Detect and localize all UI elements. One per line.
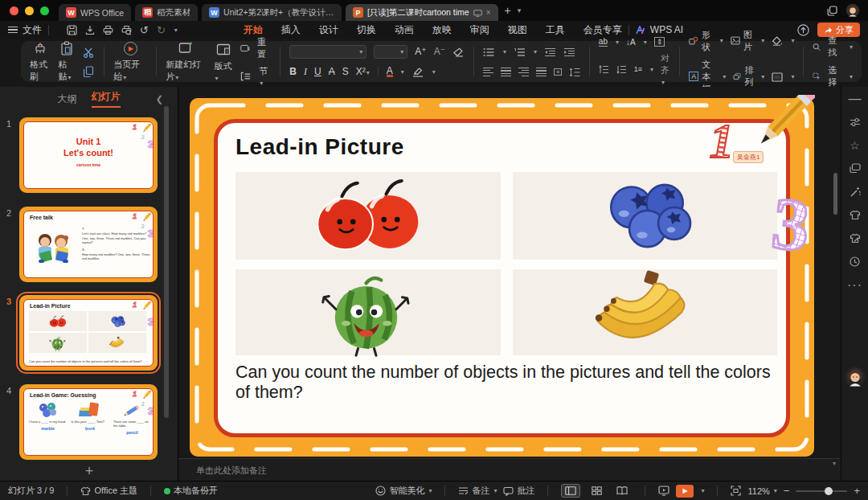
image-blueberries[interactable] <box>513 172 777 260</box>
increase-indent-button[interactable] <box>563 44 575 59</box>
menu-animation[interactable]: 动画 <box>395 23 414 37</box>
number-three-sticker[interactable]: 3 <box>765 185 817 265</box>
comments-button[interactable]: 批注 <box>503 485 534 497</box>
numbered-list-button[interactable] <box>514 44 526 59</box>
increase-font-button[interactable]: A⁺ <box>415 46 426 57</box>
theme-button[interactable]: Office 主题 <box>80 485 137 497</box>
menu-wps-ai[interactable]: WPS AI <box>636 24 683 35</box>
strikethrough-button[interactable]: A <box>329 66 335 77</box>
menu-home[interactable]: 开始 <box>244 23 263 37</box>
tab-outline[interactable]: 大纲 <box>58 92 77 106</box>
line-spacing-button[interactable] <box>569 64 580 79</box>
add-slide-button[interactable]: + <box>0 463 178 480</box>
close-window-button[interactable] <box>10 6 18 15</box>
underline-button[interactable]: U <box>314 66 321 77</box>
maximize-window-button[interactable] <box>40 6 49 15</box>
section-button[interactable]: 节▾ <box>240 65 271 87</box>
file-menu[interactable]: 文件 <box>23 23 42 37</box>
font-size-select[interactable]: ▾ <box>374 45 407 59</box>
decrease-indent-button[interactable] <box>544 44 556 59</box>
notes-bar[interactable]: 单击此处添加备注 ▾ <box>178 458 841 481</box>
tab-word-document[interactable]: W Unit2+第2课时+（教学设计）Stor <box>202 4 342 21</box>
custom-skin-icon[interactable] <box>841 227 868 250</box>
text-direction-button[interactable]: ab <box>599 37 608 47</box>
menu-transition[interactable]: 切换 <box>357 23 376 37</box>
slide-thumbnail-2[interactable]: 2 Free talk T: Let's start our class. Ho… <box>19 207 158 282</box>
favorites-star-icon[interactable]: ☆ <box>841 133 868 157</box>
menu-view[interactable]: 视图 <box>508 23 527 37</box>
shapes-button[interactable]: 形状▾ <box>689 29 723 53</box>
fill-color-button[interactable] <box>772 34 783 48</box>
smart-beautify-wand-icon[interactable] <box>841 180 868 203</box>
upload-cloud-icon[interactable] <box>797 23 809 35</box>
print-preview-icon[interactable] <box>121 24 132 35</box>
skin-theme-icon[interactable] <box>841 203 868 227</box>
highlight-button[interactable] <box>411 64 424 79</box>
play-options-chevron-icon[interactable]: ▾ <box>701 487 704 494</box>
slideshow-play-button[interactable]: ▶ <box>676 485 694 498</box>
para-spacing-increase-icon[interactable] <box>599 62 609 76</box>
slide-sorter-view-button[interactable] <box>587 484 606 498</box>
window-stack-icon[interactable] <box>827 3 837 18</box>
zoom-out-button[interactable]: − <box>784 485 790 497</box>
slide-question-text[interactable]: Can you count the number of objects in t… <box>235 363 774 403</box>
zoom-slider[interactable] <box>796 490 847 492</box>
clear-format-icon[interactable] <box>452 44 465 59</box>
align-center-button[interactable] <box>501 68 511 76</box>
layout-button[interactable]: 版式▾ <box>214 42 232 82</box>
image-watermelon[interactable] <box>235 269 501 355</box>
collapse-panel-chevron-icon[interactable]: ❮ <box>156 94 163 105</box>
justify-button[interactable] <box>536 68 547 76</box>
tab-docer[interactable]: 稻 稻壳素材 <box>135 4 198 21</box>
select-button[interactable]: 选择▾ <box>813 64 853 88</box>
play-from-current-button[interactable]: ▶ 当页开始▾ <box>113 40 147 83</box>
menu-design[interactable]: 设计 <box>319 23 338 37</box>
image-bananas[interactable] <box>513 269 777 355</box>
image-apples[interactable] <box>235 172 501 260</box>
copy-icon[interactable] <box>83 64 95 79</box>
print-icon[interactable] <box>103 24 113 35</box>
bullet-list-button[interactable] <box>483 44 495 59</box>
hamburger-menu-icon[interactable] <box>8 27 18 33</box>
find-button[interactable]: 查找▾ <box>813 35 853 59</box>
notes-resize-chevron-icon[interactable]: ▾ <box>833 460 836 467</box>
slide-frame-button[interactable] <box>772 69 783 84</box>
zoom-in-button[interactable]: + <box>854 485 860 497</box>
new-tab-button[interactable]: + <box>505 4 511 17</box>
align-right-button[interactable] <box>518 68 529 76</box>
italic-button[interactable]: I <box>304 66 307 77</box>
cut-icon[interactable] <box>83 45 95 59</box>
canvas-scrollbar[interactable] <box>833 173 837 215</box>
zoom-slider-thumb[interactable] <box>825 487 833 495</box>
superscript-button[interactable]: X²▾ <box>356 66 370 77</box>
sidebar-scrollbar[interactable] <box>164 106 169 418</box>
slide-title[interactable]: Lead-in Picture <box>235 134 404 160</box>
tab-list-chevron-icon[interactable]: ▾ <box>518 6 522 14</box>
collaborator-avatar[interactable] <box>845 367 866 387</box>
para-spacing-decrease-icon[interactable] <box>616 62 627 76</box>
account-avatar[interactable] <box>845 3 860 18</box>
notes-placeholder[interactable]: 单击此处添加备注 <box>196 465 267 477</box>
paste-button[interactable]: 粘贴▾ <box>59 40 76 83</box>
reading-view-button[interactable] <box>612 484 632 498</box>
object-properties-icon[interactable] <box>841 110 868 133</box>
menu-review[interactable]: 审阅 <box>470 23 489 37</box>
shadow-button[interactable]: S <box>342 66 349 77</box>
arrange-button[interactable]: 排列▾ <box>733 64 764 88</box>
reset-button[interactable]: 重置 <box>240 36 271 60</box>
history-clock-icon[interactable] <box>841 250 868 273</box>
docer-resources-icon[interactable] <box>841 157 868 180</box>
collapse-rail-icon[interactable]: — <box>841 87 868 110</box>
align-left-button[interactable] <box>483 68 493 76</box>
vertical-text-button[interactable]: ↓A <box>626 38 636 47</box>
tab-ppt-document-active[interactable]: P [只读]第二课时cartoon time × <box>346 4 497 21</box>
tab-slides[interactable]: 幻灯片 <box>92 90 121 108</box>
current-slide[interactable]: Lead-in Picture Can you count the number… <box>190 98 814 457</box>
menu-insert[interactable]: 插入 <box>281 23 301 37</box>
line-options-button[interactable]: 1≡ <box>634 65 642 73</box>
slide-thumbnail-3-selected[interactable]: 3 Lead-in Picture Can you count the numb… <box>19 295 158 371</box>
format-painter-button[interactable]: 格式刷 <box>30 40 51 83</box>
font-color-button[interactable]: A <box>387 67 393 77</box>
minimize-window-button[interactable] <box>25 6 34 15</box>
font-family-select[interactable]: ▾ <box>289 45 366 59</box>
